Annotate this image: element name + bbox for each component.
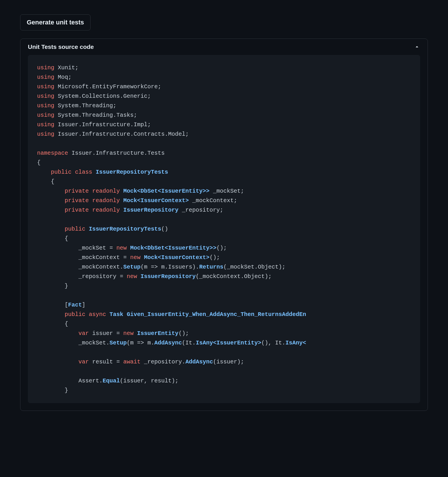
code-text: Issuer.Infrastructure.Impl;: [54, 121, 151, 128]
fn-isany: IsAny<: [285, 340, 306, 346]
indent: [37, 226, 65, 232]
kw-private: private: [65, 188, 89, 194]
code-text: _mockContext =: [78, 254, 130, 261]
code-text: issuer =: [89, 330, 123, 337]
code-text: Xunit;: [54, 64, 78, 71]
attr-fact: Fact: [68, 302, 82, 308]
code-text: Assert.: [78, 378, 103, 384]
code-text: _mockSet =: [78, 245, 116, 251]
type: Mock<DbSet<IssuerEntity>>: [123, 188, 209, 194]
indent: [37, 273, 78, 280]
code-text: ();: [209, 254, 220, 261]
kw-public-async: public async: [65, 311, 109, 318]
type: IssuerEntity: [137, 330, 178, 337]
kw-namespace: namespace: [37, 150, 68, 156]
field-name: _mockSet;: [209, 188, 244, 194]
fn-returns: Returns: [199, 264, 223, 270]
kw-using: using: [37, 131, 54, 137]
kw-using: using: [37, 112, 54, 118]
code-text: System.Collections.Generic;: [54, 93, 151, 99]
code-text: Issuer.Infrastructure.Tests: [68, 150, 165, 156]
code-text: (m => m.Issuers).: [141, 264, 199, 270]
brace: {: [37, 235, 68, 242]
brace: }: [37, 283, 68, 289]
fn-isany: IsAny<IssuerEntity>: [196, 340, 261, 346]
kw-new: new: [123, 330, 137, 337]
indent: [37, 197, 65, 204]
code-text: (It.: [182, 340, 196, 346]
chevron-up-icon: [414, 44, 420, 50]
class-name: IssuerRepositoryTests: [96, 169, 168, 175]
code-text: _mockSet.: [78, 340, 109, 346]
kw-readonly: readonly: [89, 197, 123, 204]
indent: [37, 311, 65, 318]
indent: [37, 207, 65, 213]
bracket: [: [65, 302, 68, 308]
code-text: (issuer, result);: [120, 378, 178, 384]
kw-readonly: readonly: [89, 207, 123, 213]
fn-setup: Setup: [109, 340, 127, 346]
method-name: Given_IssuerEntity_When_AddAsync_Then_Re…: [127, 311, 306, 318]
type: Mock<IssuerContext>: [123, 197, 189, 204]
code-text: ();: [216, 245, 227, 251]
indent: [37, 188, 65, 194]
code-text: _repository.: [141, 359, 185, 365]
code-text: result =: [89, 359, 123, 365]
indent: [37, 302, 65, 308]
ctor-name: IssuerRepositoryTests: [89, 226, 161, 232]
kw-private: private: [65, 197, 89, 204]
fn-setup: Setup: [123, 264, 141, 270]
kw-class: class: [72, 169, 96, 175]
code-text: (issuer);: [213, 359, 244, 365]
fn-equal: Equal: [103, 378, 120, 384]
code-text: (), It.: [261, 340, 285, 346]
code-block[interactable]: using Xunit; using Moq; using Microsoft.…: [28, 55, 420, 403]
panel-title: Unit Tests source code: [28, 43, 94, 50]
code-text: System.Threading.Tasks;: [54, 112, 137, 118]
indent: [37, 169, 51, 175]
indent: [37, 330, 78, 337]
code-text: Issuer.Infrastructure.Contracts.Model;: [54, 131, 189, 137]
kw-using: using: [37, 93, 54, 99]
kw-new: new: [116, 245, 130, 251]
code-text: ();: [178, 330, 189, 337]
fn-addasync: AddAsync: [185, 359, 213, 365]
kw-using: using: [37, 83, 54, 90]
kw-using: using: [37, 121, 54, 128]
kw-new: new: [130, 254, 144, 261]
type: Mock<DbSet<IssuerEntity>>: [130, 245, 216, 251]
type: IssuerRepository: [123, 207, 178, 213]
field-name: _repository;: [178, 207, 223, 213]
indent: [37, 245, 78, 251]
brace: }: [37, 387, 68, 394]
indent: [37, 340, 78, 346]
field-name: _mockContext;: [189, 197, 237, 204]
code-text: _repository =: [78, 273, 127, 280]
bracket: ]: [82, 302, 85, 308]
code-text: Microsoft.EntityFrameworkCore;: [54, 83, 161, 90]
type: IssuerRepository: [141, 273, 196, 280]
brace: {: [37, 159, 41, 166]
indent: [37, 254, 78, 261]
unit-tests-panel: Unit Tests source code using Xunit; usin…: [20, 39, 428, 411]
code-text: (_mockContext.Object);: [196, 273, 272, 280]
code-text: (_mockSet.Object);: [223, 264, 285, 270]
kw-using: using: [37, 102, 54, 109]
code-text: Moq;: [54, 74, 72, 81]
type-task: Task: [109, 311, 127, 318]
fn-addasync: AddAsync: [154, 340, 182, 346]
indent: [37, 264, 78, 270]
kw-public: public: [51, 169, 72, 175]
kw-private: private: [65, 207, 89, 213]
kw-new: new: [127, 273, 141, 280]
kw-var: var: [78, 330, 89, 337]
type: Mock<IssuerContext>: [144, 254, 209, 261]
code-text: _mockContext.: [78, 264, 123, 270]
indent: [37, 359, 78, 365]
panel-header[interactable]: Unit Tests source code: [20, 39, 428, 55]
indent: [37, 378, 78, 384]
kw-await: await: [123, 359, 141, 365]
generate-unit-tests-button[interactable]: Generate unit tests: [20, 14, 91, 30]
kw-using: using: [37, 64, 54, 71]
kw-public: public: [65, 226, 89, 232]
